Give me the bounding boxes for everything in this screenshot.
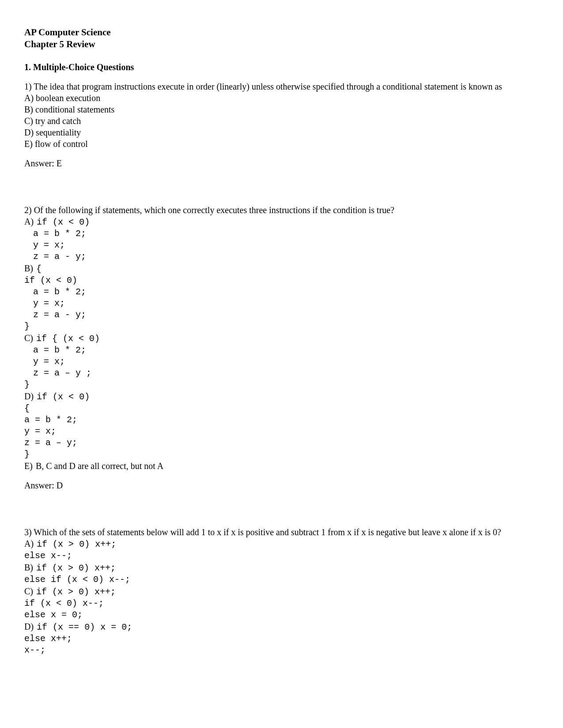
code-text: z = a - y;: [24, 309, 539, 321]
chapter-title: Chapter 5 Review: [24, 38, 539, 50]
option-label: A): [24, 538, 36, 549]
code-text: a = b * 2;: [24, 286, 539, 298]
code-text: y = x;: [24, 298, 539, 309]
code-text: x--;: [24, 645, 539, 656]
q2-option-a: A) if (x < 0): [24, 216, 539, 228]
code-text: a = b * 2;: [24, 414, 539, 426]
code-text: else x++;: [24, 633, 539, 645]
code-text: y = x;: [24, 240, 539, 251]
q1-prompt: 1) The idea that program instructions ex…: [24, 81, 539, 92]
q3-option-a: A) if (x > 0) x++;: [24, 538, 539, 550]
option-label: B): [24, 263, 35, 274]
option-label: D): [24, 390, 36, 402]
code-text: if (x > 0) x++;: [36, 563, 116, 574]
option-label: B): [24, 562, 35, 573]
option-label: C): [24, 585, 35, 597]
question-2: 2) Of the following if statements, which…: [24, 204, 539, 491]
code-text: a = b * 2;: [24, 228, 539, 240]
q2-option-b: B) {: [24, 263, 539, 275]
option-label: C): [24, 332, 35, 344]
q2-option-d: D) if (x < 0): [24, 390, 539, 403]
code-text: z = a - y;: [24, 251, 539, 263]
q2-answer: Answer: D: [24, 480, 539, 491]
code-text: if (x == 0) x = 0;: [37, 622, 132, 633]
code-text: else x = 0;: [24, 609, 539, 621]
option-label: A): [24, 216, 36, 227]
code-text: z = a – y ;: [24, 368, 539, 379]
code-text: }: [24, 449, 539, 460]
code-text: if (x < 0): [37, 391, 90, 403]
code-text: else if (x < 0) x--;: [24, 574, 539, 585]
code-text: a = b * 2;: [24, 345, 539, 356]
question-3: 3) Which of the sets of statements below…: [24, 526, 539, 656]
code-text: }: [24, 379, 539, 390]
option-label: E): [24, 460, 35, 472]
code-text: z = a – y;: [24, 437, 539, 449]
q1-option-b: B) conditional statements: [24, 104, 539, 115]
document-header: AP Computer Science Chapter 5 Review: [24, 26, 539, 51]
code-text: y = x;: [24, 426, 539, 437]
q3-option-d: D) if (x == 0) x = 0;: [24, 621, 539, 633]
code-text: else x--;: [24, 550, 539, 562]
q1-option-e: E) flow of control: [24, 138, 539, 150]
q2-option-e: E) B, C and D are all correct, but not A: [24, 460, 539, 472]
code-text: if (x > 0) x++;: [36, 586, 116, 598]
q2-prompt: 2) Of the following if statements, which…: [24, 204, 539, 216]
q2-option-c: C) if { (x < 0): [24, 332, 539, 345]
code-text: if (x < 0): [24, 275, 539, 286]
q1-option-c: C) try and catch: [24, 115, 539, 127]
code-text: if (x < 0): [37, 217, 90, 228]
option-text: B, C and D are all correct, but not A: [36, 460, 163, 472]
code-text: if (x < 0) x--;: [24, 598, 539, 609]
course-title: AP Computer Science: [24, 26, 539, 38]
code-text: {: [36, 263, 42, 275]
option-label: D): [24, 621, 36, 632]
code-text: }: [24, 321, 539, 332]
code-text: y = x;: [24, 356, 539, 368]
section-heading: 1. Multiple-Choice Questions: [24, 61, 539, 73]
code-text: if { (x < 0): [36, 333, 100, 345]
q1-answer: Answer: E: [24, 158, 539, 169]
q1-option-d: D) sequentiality: [24, 127, 539, 138]
q1-option-a: A) boolean execution: [24, 92, 539, 104]
q3-option-b: B) if (x > 0) x++;: [24, 562, 539, 574]
code-text: if (x > 0) x++;: [37, 539, 116, 550]
question-1: 1) The idea that program instructions ex…: [24, 81, 539, 169]
q3-prompt: 3) Which of the sets of statements below…: [24, 526, 539, 538]
code-text: {: [24, 403, 539, 414]
q3-option-c: C) if (x > 0) x++;: [24, 585, 539, 598]
